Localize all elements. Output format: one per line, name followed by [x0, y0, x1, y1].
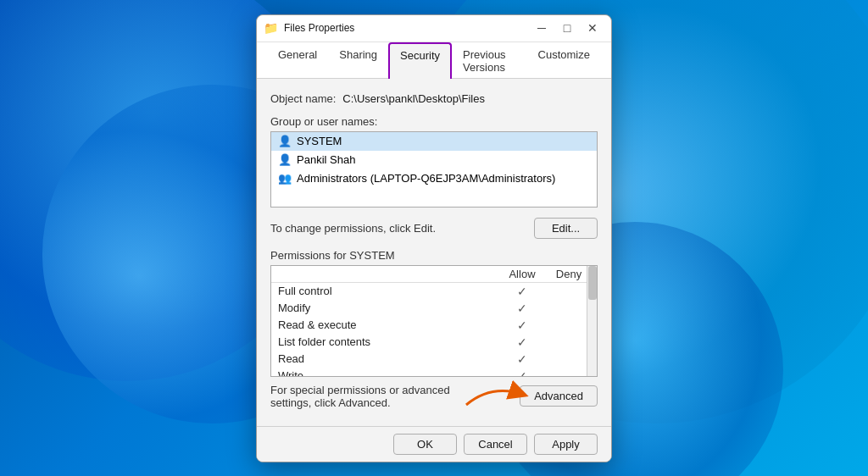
- table-row: Read ✓: [271, 351, 597, 368]
- list-item[interactable]: 👥 Administrators (LAPTOP-Q6EJP3AM\Admini…: [271, 169, 597, 188]
- perm-name: Read & execute: [278, 318, 497, 331]
- arrow-annotation: [458, 379, 534, 413]
- perm-allow-check: ✓: [497, 285, 548, 298]
- perm-col-deny: Deny: [548, 268, 590, 280]
- properties-dialog: 📁 Files Properties ─ □ ✕ General Sharing…: [256, 14, 612, 462]
- dialog-overlay: 📁 Files Properties ─ □ ✕ General Sharing…: [0, 0, 868, 476]
- table-row: Write ✓: [271, 368, 597, 376]
- tab-previous-versions[interactable]: Previous Versions: [452, 42, 527, 79]
- list-item[interactable]: 👤 SYSTEM: [271, 132, 597, 151]
- perm-allow-check: ✓: [497, 352, 548, 366]
- advanced-row: For special permissions or advanced sett…: [270, 384, 598, 409]
- perm-allow-check: ✓: [497, 369, 548, 376]
- ok-button[interactable]: OK: [393, 434, 457, 455]
- perm-col-name: [278, 268, 497, 280]
- perm-name: Modify: [278, 302, 497, 314]
- tab-sharing[interactable]: Sharing: [328, 42, 388, 79]
- group-user-list[interactable]: 👤 SYSTEM 👤 Pankil Shah 👥 Administrators …: [270, 131, 598, 208]
- scroll-thumb[interactable]: [588, 266, 597, 300]
- tab-customize[interactable]: Customize: [527, 42, 601, 79]
- tab-bar: General Sharing Security Previous Versio…: [257, 42, 611, 79]
- perm-col-allow: Allow: [497, 268, 548, 280]
- folder-icon: 📁: [264, 21, 277, 35]
- scroll-track[interactable]: [587, 266, 597, 376]
- permissions-header: Allow Deny: [271, 266, 597, 283]
- advanced-hint: For special permissions or advanced sett…: [270, 384, 467, 409]
- table-row: List folder contents ✓: [271, 334, 597, 351]
- minimize-button[interactable]: ─: [530, 16, 554, 40]
- edit-button[interactable]: Edit...: [534, 218, 598, 239]
- user-name-pankil: Pankil Shah: [297, 153, 355, 166]
- user-name-system: SYSTEM: [297, 135, 342, 147]
- perm-allow-check: ✓: [497, 335, 548, 349]
- user-icon-system: 👤: [278, 135, 292, 148]
- perm-name: Full control: [278, 285, 497, 297]
- tab-general[interactable]: General: [267, 42, 328, 79]
- edit-hint: To change permissions, click Edit.: [270, 222, 436, 235]
- perm-name: Read: [278, 352, 497, 365]
- user-name-admins: Administrators (LAPTOP-Q6EJP3AM\Administ…: [297, 172, 555, 185]
- object-name-label: Object name:: [270, 92, 336, 105]
- permissions-body[interactable]: Full control ✓ Modify ✓ Read & execute ✓: [271, 283, 597, 376]
- maximize-button[interactable]: □: [555, 16, 579, 40]
- close-button[interactable]: ✕: [581, 16, 604, 40]
- perm-name: Write: [278, 369, 497, 376]
- perm-name: List folder contents: [278, 335, 497, 348]
- table-row: Modify ✓: [271, 300, 597, 317]
- cancel-button[interactable]: Cancel: [464, 434, 527, 455]
- table-row: Full control ✓: [271, 283, 597, 300]
- dialog-content: Object name: C:\Users\pankl\Desktop\File…: [257, 79, 611, 426]
- permissions-table: Allow Deny Full control ✓ Modify ✓: [270, 265, 598, 377]
- dialog-title: Files Properties: [284, 22, 530, 34]
- tab-security[interactable]: Security: [388, 42, 452, 79]
- permissions-label: Permissions for SYSTEM: [270, 249, 598, 262]
- object-name-row: Object name: C:\Users\pankl\Desktop\File…: [270, 92, 598, 105]
- perm-allow-check: ✓: [497, 318, 548, 332]
- user-icon-pankil: 👤: [278, 153, 292, 167]
- table-row: Read & execute ✓: [271, 317, 597, 334]
- user-icon-admins: 👥: [278, 172, 292, 185]
- list-item[interactable]: 👤 Pankil Shah: [271, 151, 597, 169]
- title-controls: ─ □ ✕: [530, 16, 604, 40]
- title-bar: 📁 Files Properties ─ □ ✕: [257, 15, 611, 42]
- apply-button[interactable]: Apply: [534, 434, 598, 455]
- bottom-bar: OK Cancel Apply: [257, 426, 611, 462]
- object-name-value: C:\Users\pankl\Desktop\Files: [342, 92, 485, 105]
- group-label: Group or user names:: [270, 115, 598, 128]
- perm-allow-check: ✓: [497, 302, 548, 315]
- edit-row: To change permissions, click Edit. Edit.…: [270, 218, 598, 239]
